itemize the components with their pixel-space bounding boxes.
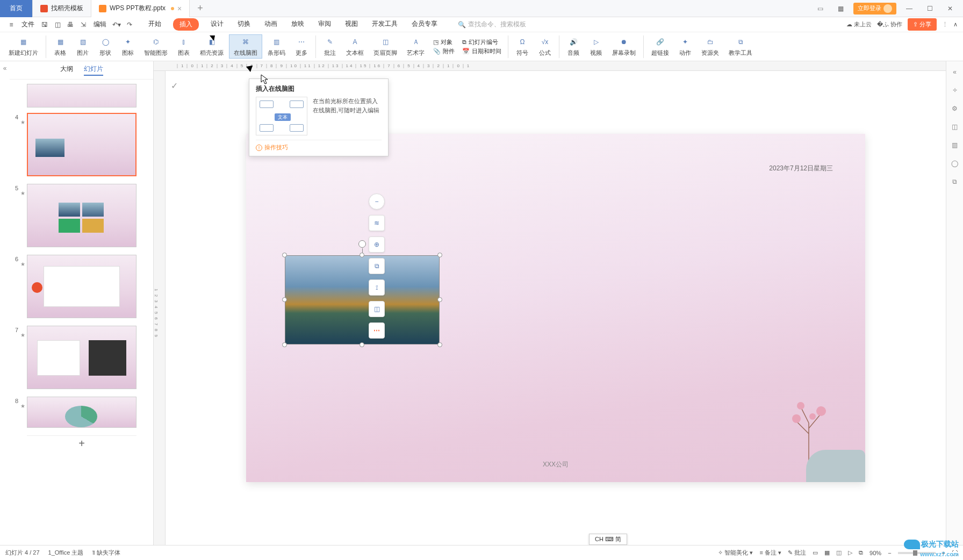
thumb-prev[interactable]	[27, 84, 136, 107]
rib-screenrec[interactable]: ⏺屏幕录制	[608, 35, 640, 58]
tab-review[interactable]: 审阅	[316, 18, 333, 31]
tab-home[interactable]: 首页	[0, 0, 33, 17]
rib-barcode[interactable]: ▥条形码	[263, 35, 290, 58]
handle-br[interactable]	[437, 342, 442, 347]
rib-action[interactable]: ✦动作	[674, 35, 696, 58]
edit-menu[interactable]: 编辑	[94, 20, 106, 29]
view-reading-icon[interactable]: ◫	[836, 549, 842, 556]
cloud-status[interactable]: ☁ 未上云	[846, 20, 872, 28]
print-icon[interactable]: 🖶	[64, 19, 76, 31]
redo-icon[interactable]: ↷	[124, 19, 135, 31]
tool-zoom-icon[interactable]: ⊕	[369, 236, 385, 253]
file-menu[interactable]: 文件	[21, 20, 34, 29]
view-sorter-icon[interactable]: ▦	[824, 549, 830, 556]
tab-animation[interactable]: 动画	[262, 18, 279, 31]
rs-shape-icon[interactable]: ◯	[950, 158, 960, 169]
rib-new-slide[interactable]: ▦新建幻灯片	[4, 35, 42, 58]
rib-video[interactable]: ▷视频	[585, 35, 607, 58]
apps-icon[interactable]: ▦	[833, 1, 848, 16]
view-slideshow-icon[interactable]: ▷	[848, 549, 852, 556]
close-icon[interactable]: ×	[177, 4, 182, 13]
tab-view[interactable]: 视图	[343, 18, 360, 31]
ime-indicator[interactable]: CH ⌨ 简	[589, 534, 627, 545]
print-preview-icon[interactable]: ◫	[52, 19, 63, 31]
thumb-5[interactable]	[27, 184, 136, 247]
rs-more-icon[interactable]: ⧉	[950, 176, 960, 187]
maximize-icon[interactable]: ☐	[922, 1, 937, 16]
rs-layers-icon[interactable]: ▥	[950, 140, 960, 150]
save-icon[interactable]: 🖫	[39, 19, 51, 31]
tab-show[interactable]: 放映	[289, 18, 306, 31]
close-window-icon[interactable]: ✕	[943, 1, 958, 16]
rib-picture[interactable]: ▧图片	[72, 35, 94, 58]
rib-smartart[interactable]: ⌬智能图形	[140, 35, 172, 58]
rib-shape[interactable]: ◯形状	[95, 35, 116, 58]
tab-devtools[interactable]: 开发工具	[370, 18, 400, 31]
rib-iconlib[interactable]: ✦图标	[117, 35, 139, 58]
handle-tl[interactable]	[282, 253, 287, 257]
layout-icon[interactable]: ▭	[813, 1, 828, 16]
command-search[interactable]: 🔍 查找命令、搜索模板	[458, 20, 526, 29]
rib-chart[interactable]: ⫿图表	[173, 35, 195, 58]
selected-picture[interactable]	[285, 255, 440, 344]
tab-add[interactable]: +	[190, 0, 211, 17]
thumb-6[interactable]	[27, 255, 136, 318]
notes-button[interactable]: ≡ 备注 ▾	[759, 549, 781, 557]
tool-crop-icon[interactable]: ⧉	[369, 258, 385, 274]
rs-settings-icon[interactable]: ⚙	[950, 103, 960, 114]
rib-more[interactable]: ⋯更多	[291, 35, 312, 58]
rotate-handle[interactable]	[358, 240, 366, 248]
view-normal-icon[interactable]: ▭	[813, 549, 818, 556]
rib-wordart[interactable]: Ａ艺术字	[403, 35, 429, 58]
tab-outline[interactable]: 大纲	[60, 64, 73, 76]
tab-start[interactable]: 开始	[146, 18, 163, 31]
proj-icon[interactable]: ⧉	[859, 549, 863, 556]
app-menu-icon[interactable]: ≡	[5, 19, 17, 31]
rib-table[interactable]: ▦表格	[49, 35, 71, 58]
status-theme[interactable]: 1_Office 主题	[48, 549, 84, 557]
handle-mr[interactable]	[437, 297, 442, 302]
left-collapse[interactable]: «	[0, 61, 10, 545]
zoom-out-icon[interactable]: −	[888, 550, 891, 556]
thumbnails[interactable]: 4★ 5★ 6★ 7★ 8★	[10, 80, 153, 545]
rib-object[interactable]: ◳对象	[433, 38, 455, 46]
rib-resource[interactable]: 🗀资源夹	[697, 35, 723, 58]
login-button[interactable]: 立即登录	[853, 3, 896, 15]
thumb-7[interactable]	[27, 326, 136, 389]
more-icon[interactable]: ⋮	[942, 21, 948, 28]
handle-bl[interactable]	[282, 342, 287, 347]
rib-equation[interactable]: √x公式	[534, 35, 556, 58]
rib-textbox[interactable]: A文本框	[342, 35, 368, 58]
tab-member[interactable]: 会员专享	[409, 18, 440, 31]
export-icon[interactable]: ⇲	[77, 19, 89, 31]
thumb-8[interactable]	[27, 397, 136, 428]
minimize-icon[interactable]: —	[902, 1, 917, 16]
handle-bc[interactable]	[360, 342, 364, 347]
tab-insert[interactable]: 插入	[173, 18, 199, 31]
rs-expand-icon[interactable]: «	[950, 67, 960, 77]
tab-design[interactable]: 设计	[209, 18, 226, 31]
rib-attachment[interactable]: 📎附件	[433, 47, 455, 55]
rib-symbol[interactable]: Ω符号	[512, 35, 533, 58]
handle-tr[interactable]	[437, 253, 442, 257]
handle-ml[interactable]	[282, 297, 287, 302]
rib-comment[interactable]: ✎批注	[319, 35, 341, 58]
tool-collapse[interactable]: −	[369, 193, 385, 210]
rs-magic-icon[interactable]: ✧	[950, 85, 960, 96]
tab-docs-template[interactable]: 找稻壳模板	[33, 0, 91, 17]
rib-datetime[interactable]: 📅日期和时间	[462, 47, 501, 55]
rib-audio[interactable]: 🔊音频	[563, 35, 584, 58]
collapse-icon[interactable]: ∧	[953, 21, 958, 28]
tool-pin-icon[interactable]: ⟟	[369, 279, 385, 296]
rib-header-footer[interactable]: ◫页眉页脚	[369, 35, 401, 58]
rib-mindmap[interactable]: ⌘在线脑图	[229, 34, 262, 59]
rib-docer[interactable]: ◧稻壳资源	[196, 35, 228, 58]
add-slide-button[interactable]: +	[27, 435, 136, 451]
slide[interactable]: 2023年7月12日星期三 XXX公司 4	[246, 134, 865, 482]
rib-teach[interactable]: ⧉教学工具	[724, 35, 757, 58]
rib-slide-number[interactable]: ⧉幻灯片编号	[462, 38, 501, 46]
handle-tc[interactable]	[360, 253, 364, 257]
coop-button[interactable]: �ふ 协作	[877, 20, 902, 28]
beautify-button[interactable]: ✧ 智能美化 ▾	[718, 549, 753, 557]
share-button[interactable]: ⇪ 分享	[908, 18, 937, 31]
